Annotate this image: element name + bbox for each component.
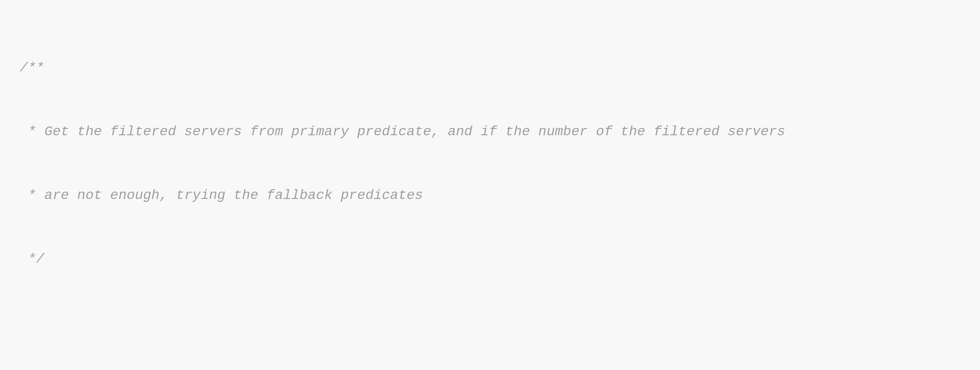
comment-line-2: * Get the filtered servers from primary … — [20, 121, 960, 142]
blank-line-1 — [20, 312, 960, 333]
comment-line-4: */ — [20, 248, 960, 270]
code-block: /** * Get the filtered servers from prim… — [20, 15, 960, 370]
comment-line-1: /** — [20, 57, 960, 78]
comment-line-3: * are not enough, trying the fallback pr… — [20, 185, 960, 206]
